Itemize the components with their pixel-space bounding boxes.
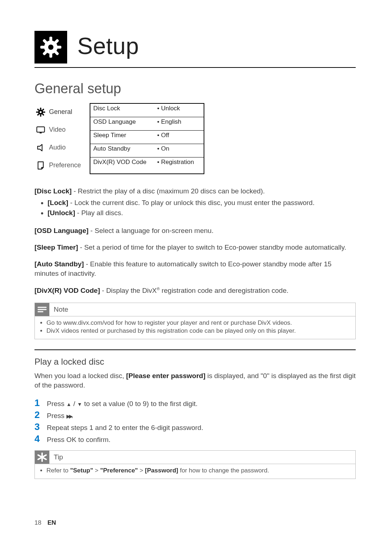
text: to set a value (0 to 9) to the first dig… [82,400,197,407]
text: Press [47,400,66,407]
list-item: DivX videos rented or purchased by this … [46,327,352,335]
text-bold: [Please enter password] [126,372,205,380]
step-number: 2 [34,409,47,421]
list-item: [Unlock] - Play all discs. [48,208,356,218]
sidebar-item-preference: Preference [34,156,90,174]
table-row: Disc LockUnlock [90,103,204,117]
note-callout: Note Go to www.divx.com/vod for how to r… [34,303,356,339]
def-desc-post: registration code and deregistration cod… [160,287,289,294]
def-desc: - Select a language for on-screen menu. [89,227,213,234]
value-cell: Unlock [154,103,204,117]
value-cell: English [154,117,204,131]
option-cell: Auto Standby [90,144,154,157]
chapter-title: Setup [77,33,139,60]
text-bold: [Password] [145,467,178,474]
callout-head: Note [35,303,355,316]
sidebar-item-label: General [49,108,72,116]
svg-rect-14 [43,111,45,113]
svg-rect-21 [40,132,42,133]
text: Refer to [46,467,70,474]
speaker-icon [34,142,47,154]
step-item: 4 Press OK to confirm. [34,433,356,444]
table-row: DivX(R) VOD CodeRegistration [90,157,204,174]
svg-rect-20 [37,127,44,132]
step-number: 1 [34,397,47,409]
tip-asterisk-icon [35,451,49,464]
def-divx: [DivX(R) VOD Code] - Display the DivX® r… [34,286,356,295]
text: > [138,467,145,474]
step-number: 3 [34,421,47,433]
text-bold: "Setup" [70,467,93,474]
callout-head: Tip [35,451,355,464]
text: Press [47,412,66,419]
def-desc-pre: - Display the DivX [100,287,157,294]
sidebar-item-label: Video [49,126,66,134]
svg-point-9 [48,45,54,50]
value-cell: Off [154,131,204,144]
svg-rect-1 [49,37,52,41]
def-desc: - Restrict the play of a disc (maximum 2… [72,187,265,195]
svg-rect-13 [36,111,38,113]
sidebar-item-label: Preference [49,161,81,169]
note-icon [34,159,47,172]
note-lines-icon [35,303,49,316]
value-cell: Registration [154,157,204,174]
def-desc: - Set a period of time for the player to… [78,243,346,251]
step-text: Press / to set a value (0 to 9) to the f… [47,400,197,408]
menu-options-table: Disc LockUnlock OSD LanguageEnglish Slee… [90,103,204,174]
text: When you load a locked disc, [34,372,126,380]
def-desc: - Lock the current disc. To play or unlo… [68,199,315,206]
svg-rect-4 [57,46,61,49]
text-bold: "Preference" [100,467,138,474]
def-term: [Unlock] [48,209,75,217]
list-item: [Lock] - Lock the current disc. To play … [48,198,356,208]
list-item: Go to www.divx.com/vod for how to regist… [46,319,352,327]
option-cell: OSD Language [90,117,154,131]
callout-body: Refer to "Setup" > "Preference" > [Passw… [35,464,355,479]
table-row: Auto StandbyOn [90,144,204,157]
sidebar-item-general: General [34,103,90,121]
step-text: Press . [47,412,73,420]
text: for how to change the password. [178,467,269,474]
callout-title: Note [54,306,68,314]
triangle-up-icon [66,400,72,407]
svg-rect-3 [40,46,45,49]
page-number: 18 [34,519,41,526]
callout-title: Tip [54,453,63,461]
text: . [72,412,73,419]
chapter-header: Setup [34,31,356,68]
step-text: Repeat steps 1 and 2 to enter the 6-digi… [47,424,203,432]
step-item: 2 Press . [34,409,356,421]
callout-body: Go to www.divx.com/vod for how to regist… [35,316,355,339]
option-cell: DivX(R) VOD Code [90,157,154,174]
text: > [93,467,100,474]
def-osd-language: [OSD Language] - Select a language for o… [34,226,356,235]
svg-rect-11 [40,107,41,109]
section-divider [34,349,356,350]
table-row: OSD LanguageEnglish [90,117,204,131]
fast-forward-icon [66,412,72,419]
page-footer: 18 EN [34,519,56,527]
value-cell: On [154,144,204,157]
def-term: [DivX(R) VOD Code] [34,287,100,294]
svg-rect-12 [40,115,41,116]
def-term: [Sleep Timer] [34,243,78,251]
registered-mark: ® [157,286,160,291]
play-locked-intro: When you load a locked disc, [Please ent… [34,371,356,390]
svg-rect-2 [49,53,52,58]
gear-icon [34,31,67,63]
def-sleep-timer: [Sleep Timer] - Set a period of time for… [34,243,356,252]
text-bold: OK [66,436,76,443]
triangle-down-icon [77,400,82,407]
setup-menu-figure: General Video Audio Preference [34,103,356,174]
subsection-title: Play a locked disc [34,357,356,367]
sidebar-item-audio: Audio [34,139,90,156]
step-item: 1 Press / to set a value (0 to 9) to the… [34,397,356,409]
def-term: [Lock] [48,199,68,206]
table-row: Sleep TimerOff [90,131,204,144]
def-disc-lock-sublist: [Lock] - Lock the current disc. To play … [34,198,356,218]
step-text: Press OK to confirm. [47,436,110,444]
svg-marker-22 [38,144,42,151]
text: to confirm. [76,436,110,443]
menu-sidebar: General Video Audio Preference [34,103,90,174]
